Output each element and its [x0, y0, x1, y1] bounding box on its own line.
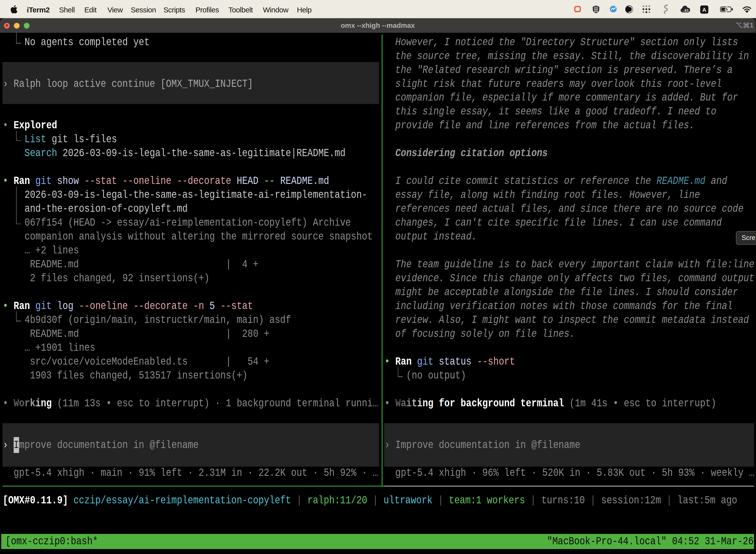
svg-text:A: A: [702, 7, 706, 13]
svg-text:..61: ..61: [683, 8, 689, 12]
